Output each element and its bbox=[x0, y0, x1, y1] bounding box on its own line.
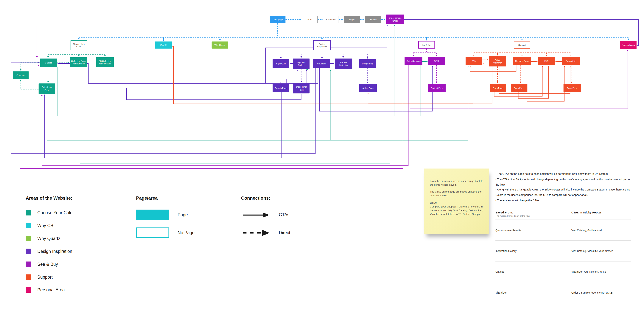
page-area-legend-title: Page/area bbox=[136, 195, 158, 201]
table-col1-header: Saved From: bbox=[496, 211, 572, 214]
edge-color_inner_page-to-compare bbox=[21, 80, 39, 89]
node-search[interactable]: Search bbox=[365, 16, 381, 23]
node-why_cs[interactable]: Why CS bbox=[155, 42, 172, 49]
edge-color_inner_page-to-cm bbox=[47, 66, 468, 140]
area-legend-label: Support bbox=[37, 274, 53, 279]
node-see_and_buy[interactable]: See & Buy bbox=[418, 41, 435, 49]
page-swatch bbox=[136, 210, 169, 220]
area-color-swatch bbox=[26, 261, 31, 267]
area-color-swatch bbox=[26, 287, 31, 292]
areas-legend-item: Why Quartz bbox=[26, 234, 74, 242]
node-homepage[interactable]: Homepage bbox=[270, 16, 286, 23]
node-order_samples[interactable]: Order Samples bbox=[404, 57, 422, 65]
node-pro[interactable]: PRO bbox=[302, 16, 318, 23]
area-color-swatch bbox=[26, 248, 31, 254]
node-order_cart[interactable]: Order sample CART bbox=[386, 15, 404, 24]
areas-legend-item: Why CS bbox=[26, 222, 74, 229]
area-color-swatch bbox=[26, 223, 31, 228]
node-style_quiz[interactable]: Style Quiz bbox=[272, 59, 289, 68]
table-row: CatalogVizualizer Your Kitchen, W.T.B bbox=[496, 261, 631, 282]
node-design_blog[interactable]: Design Blog bbox=[359, 59, 376, 68]
node-collection_page[interactable]: Collection Page - for launches bbox=[70, 57, 87, 67]
table-row: Inspiration GalleryVisit Catalog, Vizual… bbox=[496, 241, 631, 261]
node-catalog[interactable]: Catalog bbox=[40, 59, 57, 67]
edge-results_page-to-color_inner_page bbox=[44, 92, 281, 158]
node-cs_collection[interactable]: CS Collection Added Values bbox=[96, 57, 114, 67]
table-rows: Questionnaire ResultsVisit Catalog, Get … bbox=[496, 220, 631, 302]
node-design_inspiration[interactable]: Design Inspiration bbox=[313, 40, 330, 50]
node-results_page[interactable]: Results Page bbox=[272, 84, 289, 92]
sticky-note[interactable]: From the personal area the user can go b… bbox=[424, 168, 489, 234]
sitemap-canvas: HomepagePROCorporateLog InSearchOrder sa… bbox=[0, 0, 644, 310]
node-content_page[interactable]: Content Page bbox=[428, 84, 446, 92]
edge-image_inner_page-to-color_inner_page bbox=[56, 88, 301, 100]
node-corporate[interactable]: Corporate bbox=[323, 16, 339, 23]
cta-arrow-icon bbox=[242, 209, 279, 238]
table-cell-saved-from: Vizualizer bbox=[496, 291, 572, 294]
edge-cm-to-article_page bbox=[368, 67, 473, 104]
node-faq[interactable]: FAQ bbox=[538, 57, 555, 65]
edge-catalog-to-order_cart bbox=[57, 25, 394, 116]
node-contact_us[interactable]: Contact Us bbox=[562, 57, 580, 65]
areas-legend-item: Support bbox=[26, 273, 74, 281]
area-legend-label: Choose Your Color bbox=[37, 210, 74, 215]
edge-active_warranty-to-contact_us bbox=[499, 66, 570, 93]
note-bullet: - Along with the 2 Changeable CATs, the … bbox=[496, 187, 632, 198]
node-why_quartz[interactable]: Why Quartz bbox=[212, 42, 228, 49]
direct-connection-label: Direct bbox=[279, 230, 290, 235]
edge-report_case-to-contact_us bbox=[527, 65, 564, 101]
areas-legend-title: Areas of the Website: bbox=[26, 195, 72, 201]
node-form_page_3[interactable]: Form Page bbox=[564, 84, 581, 92]
node-report_case[interactable]: Report a Case bbox=[513, 57, 531, 65]
area-color-swatch bbox=[26, 235, 31, 241]
sticky-note-text: From the personal area the user can go b… bbox=[424, 168, 489, 216]
node-wtb[interactable]: WTB bbox=[428, 57, 445, 65]
node-cm[interactable]: C&M bbox=[466, 57, 482, 65]
area-legend-label: Personal Area bbox=[37, 287, 65, 292]
edge-form_page_2-to-faq bbox=[518, 66, 548, 98]
edge-catalog-to-wtb bbox=[394, 62, 428, 116]
table-cell-ctas: Order a Sample (opens cart), W.T.B bbox=[572, 291, 631, 294]
table-col1-subtitle: The most advanced part of the flow bbox=[496, 215, 572, 217]
edge-active_warranty-to-why_cs bbox=[173, 47, 492, 104]
node-vizualizer[interactable]: Vizualizer bbox=[313, 59, 330, 68]
areas-legend-item: Personal Area bbox=[26, 286, 74, 293]
table-cell-ctas: Visit Catalog, Get Inspired bbox=[572, 229, 631, 232]
sticky-paragraph: Compare (won't appear if there are no co… bbox=[430, 204, 484, 216]
node-form_page_1[interactable]: Form Page bbox=[490, 84, 506, 92]
edge-order_samples-to-color_inner_page bbox=[42, 65, 408, 166]
table-col2-header: CTAs in Sticky Footer bbox=[572, 211, 631, 217]
area-color-swatch bbox=[26, 274, 31, 279]
no-page-label: No Page bbox=[178, 230, 194, 235]
area-legend-label: Design Inspiration bbox=[37, 249, 72, 254]
node-color_inner_page[interactable]: Color Inner Page bbox=[39, 84, 55, 94]
node-login[interactable]: Log In bbox=[344, 16, 360, 23]
table-cell-saved-from: Catalog bbox=[496, 270, 572, 273]
node-article_page[interactable]: Article Page bbox=[359, 84, 377, 92]
edge-results_page-to-inspiration_gallery bbox=[286, 70, 297, 84]
node-inspiration_gallery[interactable]: Inspiration Gallery bbox=[293, 59, 310, 69]
node-personal_area[interactable]: Personal Area bbox=[620, 41, 636, 49]
area-legend-label: See & Buy bbox=[37, 261, 58, 266]
node-compare[interactable]: Compare bbox=[13, 71, 28, 79]
note-bullet: - The CTAs on the page next to each sect… bbox=[496, 171, 632, 177]
edge-catalog-to-compare bbox=[21, 62, 40, 70]
edge-order_samples-to-catalog bbox=[20, 65, 403, 169]
edge-results_page-to-order_cart bbox=[266, 25, 387, 83]
node-active_warranty[interactable]: Active Warranty bbox=[489, 56, 506, 67]
table-cell-ctas: Visit Catalog, Vizualize Your Kitchen bbox=[572, 249, 631, 252]
note-bullet: - The CTA in the Sticky footer will chan… bbox=[496, 177, 632, 187]
edge-order_cart-to-catalog bbox=[37, 24, 388, 58]
node-form_page_2[interactable]: Form Page bbox=[511, 84, 527, 92]
node-image_inner_page[interactable]: Image Inner Page bbox=[293, 83, 310, 94]
node-perfect_matching[interactable]: Perfect Matching bbox=[335, 59, 352, 69]
sticky-paragraph: CTAs: bbox=[430, 201, 484, 204]
notes-block: - The CTAs on the page next to each sect… bbox=[496, 171, 632, 203]
no-page-swatch bbox=[136, 227, 169, 238]
edge-order_cart-to-washed_line bbox=[80, 24, 390, 164]
area-legend-label: Why CS bbox=[37, 223, 54, 228]
node-choose_your_color[interactable]: Choose Your Color bbox=[70, 40, 87, 50]
cta-table: Saved From: The most advanced part of th… bbox=[496, 211, 631, 302]
table-cell-ctas: Vizualizer Your Kitchen, W.T.B bbox=[572, 270, 631, 273]
node-support[interactable]: Support bbox=[514, 41, 530, 49]
